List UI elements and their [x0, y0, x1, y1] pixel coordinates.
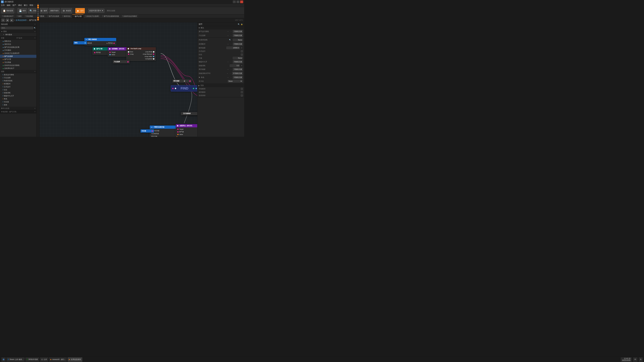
strip-indicator-5[interactable]: [37, 9, 39, 10]
panel-item-body[interactable]: f身体: [0, 103, 36, 106]
tab-skill-break[interactable]: f 功法突破: [24, 14, 35, 18]
strip-indicator-4[interactable]: [37, 7, 39, 8]
graph-section-plus[interactable]: +: [34, 31, 36, 32]
panel-item-event-graph[interactable]: f 事件图表: [0, 33, 36, 36]
keyboard99-minus[interactable]: －: [230, 61, 232, 63]
menu-asset[interactable]: 资产: [12, 4, 16, 6]
tab-auto-select[interactable]: f 自动化穴位选择1: [84, 14, 101, 18]
favorite-button[interactable]: ★: [1, 18, 5, 22]
vars-plus[interactable]: +: [34, 37, 36, 39]
node-find[interactable]: FIND: [171, 85, 197, 91]
speed-edit[interactable]: ▼: [240, 47, 243, 49]
panel-item-print-test[interactable]: ● 打印测试: [0, 49, 36, 52]
as-save-search-btn[interactable]: 🔍: [229, 39, 231, 41]
start-qi-checkbox[interactable]: [241, 88, 243, 90]
tab-qi-calc[interactable]: f 炼气计算: [72, 14, 84, 18]
class-settings-button[interactable]: ⚙ 类设置: [61, 8, 72, 13]
try-qi-checkbox[interactable]: [241, 94, 243, 96]
funcs-section-header[interactable]: 函数 +: [0, 70, 36, 73]
browse-button[interactable]: 🔍 浏览: [28, 8, 38, 13]
strip-indicator-9[interactable]: [37, 17, 39, 18]
strip-indicator-7[interactable]: [37, 13, 39, 14]
node-character-var[interactable]: 角色: [74, 41, 87, 44]
panel-item-skill-break[interactable]: ● 功法突破: [0, 61, 36, 64]
node-break-skill-val[interactable]: ↩ 中断功法相关值 功法关值 功法相关值 周天平衡: [150, 125, 179, 137]
panel-item-auto-sort[interactable]: ● 自动化穴位选择排序: [0, 52, 36, 55]
formal-checkbox[interactable]: [241, 50, 243, 52]
keyboard99-plus[interactable]: ＋: [227, 61, 229, 63]
right-lock-button[interactable]: 🔒: [240, 23, 243, 25]
panel-item-qi-total-dist[interactable]: ● 炼气功法道路总距离: [0, 46, 36, 49]
panel-item-formal-run[interactable]: f正式运行: [0, 85, 36, 88]
panel-item-save-skill[interactable]: ● 保存功法: [0, 43, 36, 46]
left-search-input[interactable]: [1, 27, 33, 29]
panel-item-skill-cost[interactable]: f技能消耗: [0, 91, 36, 94]
menu-file[interactable]: 文件: [1, 4, 5, 6]
char-array-minus[interactable]: －: [230, 76, 232, 79]
panel-item-qi-select[interactable]: ● 炼气法选择: [0, 55, 36, 58]
tab-save[interactable]: f 保存: [16, 14, 24, 18]
node-character-info[interactable]: ↩ 中断人物信息 人物信息 ● 周天值: [84, 38, 116, 45]
diff-button[interactable]: 搜索不相关: [49, 8, 60, 13]
right-search-button[interactable]: 🔍: [238, 23, 240, 25]
compile-button[interactable]: ⚙ 编译: [38, 8, 48, 13]
right-render-header[interactable]: ▶ 渲染: [198, 84, 244, 87]
strip-indicator-8[interactable]: [37, 15, 39, 16]
back-button[interactable]: ◀: [6, 18, 9, 22]
close-button[interactable]: ×: [240, 0, 243, 3]
blueprint-canvas[interactable]: ↩ 中断人物信息 人物信息 ● 周天值 角色 炼气: [36, 22, 197, 137]
qi-run-minus[interactable]: －: [230, 30, 232, 33]
strip-indicator-3[interactable]: [37, 5, 39, 6]
stay-checkbox[interactable]: [241, 54, 243, 56]
right-default-header[interactable]: ▼ 默认: [198, 26, 244, 29]
tab-qi-path[interactable]: f 炼气功法道路经距路: [101, 14, 121, 18]
vars-section-header[interactable]: 变量 4个蓝本 +: [0, 36, 36, 40]
panel-item-acupoint-select[interactable]: f穴位选择: [0, 76, 36, 79]
level-name-dropdown[interactable]: None ▼: [228, 80, 243, 82]
node-skill-val-small[interactable]: 功法值: [140, 129, 154, 133]
world-shoot-plus[interactable]: ＋: [227, 68, 229, 70]
panel-item-angle[interactable]: f角色: [0, 97, 36, 100]
panel-item-get-skill[interactable]: ● 获取功法: [0, 40, 36, 43]
menu-help[interactable]: 帮助: [30, 4, 33, 6]
skill-cost-edit[interactable]: ▼: [240, 64, 243, 67]
funcs-plus[interactable]: +: [34, 70, 36, 72]
node-set-float[interactable]: 设置浮点（按引用） Target 炼气值 Value: [176, 124, 197, 136]
breadcrumb-parent[interactable]: 全局信息保存: [16, 19, 27, 21]
panel-item-mat-match[interactable]: f材质配对: [0, 82, 36, 85]
panel-item-qi-calc[interactable]: ● 炼气计算: [0, 58, 36, 61]
world-shoot-minus[interactable]: －: [230, 68, 232, 70]
acupoint-minus[interactable]: －: [230, 34, 232, 37]
maximize-button[interactable]: □: [236, 0, 240, 3]
node-acupoint-var[interactable]: 穴位选择: [113, 60, 130, 63]
qi-run-plus[interactable]: ＋: [227, 30, 229, 33]
tab-save-skill[interactable]: f 保存功法: [61, 14, 72, 18]
my-blueprint-button[interactable]: 📋 我的蓝图: [1, 8, 14, 13]
panel-item-stay[interactable]: f往住: [0, 88, 36, 91]
strip-indicator-6[interactable]: [37, 11, 39, 12]
node-world-day-shoot[interactable]: 周天相射 ▦: [172, 79, 192, 83]
menu-edit[interactable]: 编辑: [7, 4, 10, 6]
acupoint-plus[interactable]: ＋: [227, 34, 229, 37]
tab-qi-select[interactable]: f 炼气功法选择: [46, 14, 61, 18]
success-qi-checkbox[interactable]: [241, 91, 243, 93]
run-button[interactable]: ▶ 运行: [75, 8, 85, 13]
panel-item-keyboard-99[interactable]: f键盘对九九字: [0, 94, 36, 97]
mat-plus[interactable]: ＋: [227, 43, 229, 45]
panel-item-auto-path[interactable]: ● 自动功法运运功路线: [0, 64, 36, 67]
forward-button[interactable]: ▶: [10, 18, 14, 22]
node-for-each-loop[interactable]: For Each Loop Exec Loop Body Array Array…: [126, 47, 156, 61]
panel-item-push-out[interactable]: ● 自给弹出粒子: [0, 67, 36, 70]
menu-debug[interactable]: 调试: [18, 4, 22, 6]
strip-indicator-10[interactable]: [37, 19, 39, 20]
local-vars-plus[interactable]: +: [34, 111, 36, 113]
panel-item-run-path[interactable]: f真实运行路线: [0, 73, 36, 76]
graph-section-header[interactable]: ▼ 图表 +: [0, 30, 36, 33]
tab-self-create[interactable]: f 自创功法运功路径: [121, 14, 139, 18]
char-array-plus[interactable]: ＋: [227, 76, 229, 79]
add-blueprint-button[interactable]: +: [34, 23, 36, 25]
menu-window[interactable]: 窗口: [24, 4, 28, 6]
mat-minus[interactable]: －: [230, 43, 232, 45]
panel-item-skill-val[interactable]: f功法值: [0, 100, 36, 103]
node-five-bottom[interactable]: 五行值映射: [182, 112, 197, 115]
